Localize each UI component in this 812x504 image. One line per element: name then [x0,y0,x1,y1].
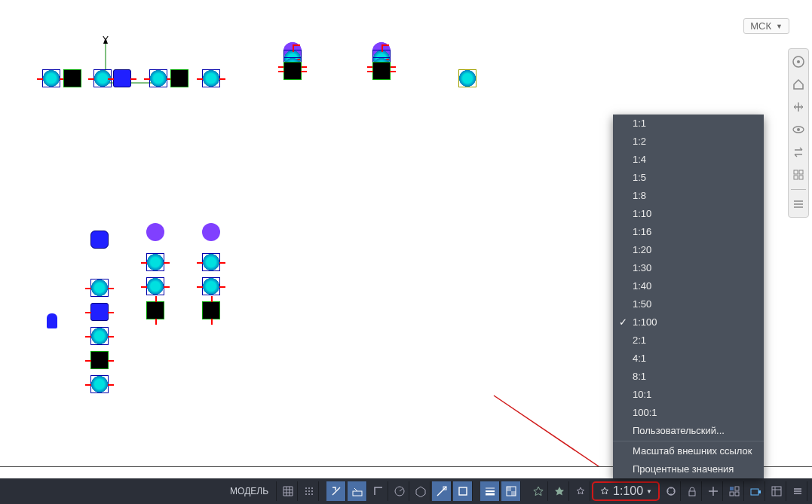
plan-symbol [146,223,164,241]
ucs-selector-label: МСК [750,20,771,32]
infer-toggle[interactable] [326,481,346,501]
plan-symbol [90,231,109,249]
annotation-scale-addauto-icon[interactable] [571,481,590,501]
navigation-bar [788,48,809,218]
svg-rect-34 [735,492,739,496]
status-bar: МОДЕЛЬ 1:100 ▼ [0,478,812,504]
svg-point-14 [308,487,310,489]
plan-group [90,231,109,393]
ucs-selector[interactable]: МСК ▼ [743,18,789,34]
annoscale-icon [599,486,610,496]
scale-menu-item[interactable]: 1:30 [613,259,764,277]
svg-rect-37 [772,487,781,496]
snap-toggle[interactable] [299,481,319,501]
plan-symbol [42,69,60,87]
ucs-icon: Y [98,38,166,98]
orbit-icon[interactable] [790,121,807,138]
annotation-autoscale-icon[interactable] [550,481,569,501]
scale-menu-item[interactable]: 2:1 [613,331,764,350]
pan-icon[interactable] [790,99,807,115]
scale-menu-item[interactable]: 1:40 [613,277,764,295]
ortho-toggle[interactable] [369,481,388,501]
model-label: МОДЕЛЬ [230,486,268,496]
svg-rect-8 [794,170,798,174]
menu-icon[interactable] [790,196,807,212]
annotation-monitor-lock-icon[interactable] [682,481,702,501]
svg-rect-33 [730,492,734,496]
svg-rect-30 [689,491,695,496]
svg-point-5 [797,60,800,63]
chevron-down-icon: ▼ [776,23,783,30]
plan-symbol [90,375,109,393]
grid-toggle[interactable] [278,481,298,501]
annotation-monitor-icon[interactable] [529,481,548,501]
workspace-switching-icon[interactable] [661,481,681,501]
transparency-toggle[interactable] [501,481,521,501]
dynamic-input-toggle[interactable] [348,481,367,501]
plan-symbol [202,253,220,271]
svg-rect-36 [758,490,761,493]
scale-menu-custom[interactable]: Пользовательский... [613,422,764,440]
hardware-accel-icon[interactable] [746,481,765,501]
model-button[interactable]: МОДЕЛЬ [222,481,277,501]
svg-point-15 [311,487,313,489]
plan-symbol [170,69,188,87]
iso-toggle[interactable] [411,481,431,501]
scale-menu: 1:11:21:41:51:81:101:161:201:301:401:501… [613,115,764,478]
svg-point-13 [305,487,307,489]
swap-views-icon[interactable] [790,144,807,160]
scale-menu-percent[interactable]: Процентные значения [613,460,764,478]
scale-menu-item[interactable]: 1:1 [613,115,764,133]
svg-rect-10 [794,176,798,179]
plan-symbol [146,301,164,319]
svg-point-17 [308,490,310,492]
svg-rect-27 [507,487,511,491]
chevron-down-icon: ▼ [646,488,652,495]
osnap-toggle[interactable] [453,481,473,501]
svg-point-16 [305,490,307,492]
scale-menu-item[interactable]: 1:16 [613,223,764,241]
plan-symbol [202,69,220,87]
plan-symbol [372,62,391,80]
scale-menu-item[interactable]: 1:100 [613,313,764,331]
scale-menu-item[interactable]: 10:1 [613,386,764,404]
scale-menu-item[interactable]: 1:4 [613,151,764,169]
svg-point-20 [308,493,310,495]
svg-rect-25 [459,487,467,495]
scale-menu-item[interactable]: 1:5 [613,169,764,187]
scale-menu-item[interactable]: 1:8 [613,187,764,205]
compass-icon[interactable] [790,53,807,70]
plan-symbol [202,223,220,241]
plan-group [146,223,164,319]
target-icon[interactable] [703,481,723,501]
clean-screen-icon[interactable] [767,481,786,501]
home-icon[interactable] [790,76,807,93]
svg-rect-11 [799,176,803,179]
svg-rect-32 [735,487,739,490]
svg-point-7 [797,128,800,131]
plan-symbol [202,301,220,319]
scale-menu-item[interactable]: 1:20 [613,241,764,259]
scale-menu-xref[interactable]: Масштаб внешних ссылок [613,442,764,460]
otrack-toggle[interactable] [432,481,452,501]
scale-menu-item[interactable]: 8:1 [613,368,764,386]
scale-menu-item[interactable]: 100:1 [613,404,764,422]
svg-rect-9 [799,170,803,174]
scale-menu-item[interactable]: 4:1 [613,350,764,368]
polar-toggle[interactable] [390,481,409,501]
customization-icon[interactable] [788,481,807,501]
views-icon[interactable] [790,166,807,183]
annotation-scale-button[interactable]: 1:100 ▼ [592,481,660,501]
plan-symbol [90,303,109,321]
plan-symbol [90,351,109,369]
plan-symbol [113,69,131,87]
scale-menu-item[interactable]: 1:10 [613,205,764,223]
svg-rect-22 [353,491,362,496]
svg-rect-31 [730,487,734,490]
scale-menu-item[interactable]: 1:2 [613,133,764,151]
scale-menu-item[interactable]: 1:50 [613,295,764,313]
lineweight-toggle[interactable] [480,481,500,501]
plan-symbol [90,327,109,345]
isolate-objects-icon[interactable] [725,481,744,501]
plan-symbol [146,253,164,271]
